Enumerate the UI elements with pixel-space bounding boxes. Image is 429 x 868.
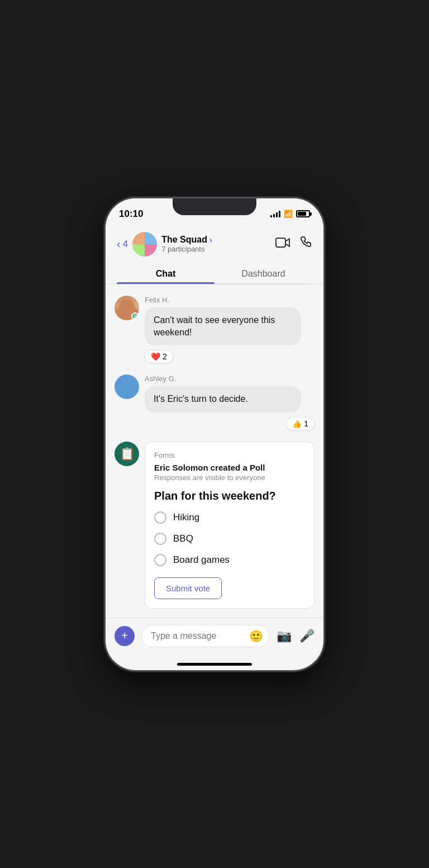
svg-rect-0 <box>276 238 285 247</box>
group-participants: 7 participants <box>161 245 212 253</box>
felix-avatar <box>115 296 139 320</box>
poll-option-boardgames[interactable]: Board games <box>154 554 305 566</box>
radio-hiking[interactable] <box>154 511 166 524</box>
message-row: Felix H. Can't wait to see everyone this… <box>115 296 314 364</box>
poll-option-bbq[interactable]: BBQ <box>154 533 305 545</box>
tabs: Chat Dashboard <box>117 263 312 284</box>
tab-dashboard[interactable]: Dashboard <box>214 263 312 283</box>
option-hiking-label: Hiking <box>173 512 199 523</box>
poll-question: Plan for this weekend? <box>154 490 305 502</box>
input-actions: 📷 🎤 <box>277 629 314 643</box>
back-button[interactable]: ‹ 4 <box>117 238 128 250</box>
radio-bbq[interactable] <box>154 533 166 545</box>
message-reaction[interactable]: ❤️ 2 <box>145 350 314 363</box>
option-bbq-label: BBQ <box>173 533 193 544</box>
emoji-button[interactable]: 🙂 <box>249 629 263 643</box>
mic-button[interactable]: 🎤 <box>299 629 314 643</box>
poll-card: Forms Eric Solomon created a Poll Respon… <box>145 442 314 609</box>
message-bubble: Can't wait to see everyone this weekend! <box>145 307 301 346</box>
reaction-pill-right[interactable]: 👍 1 <box>286 417 314 430</box>
camera-button[interactable]: 📷 <box>277 629 292 643</box>
poll-sender-label: Forms <box>154 451 305 459</box>
wifi-icon: 📶 <box>284 210 293 218</box>
header-actions <box>275 236 312 252</box>
felix-message-content: Felix H. Can't wait to see everyone this… <box>145 296 314 364</box>
reaction-pill[interactable]: ❤️ 2 <box>145 350 173 363</box>
home-indicator <box>177 663 252 666</box>
group-avatar <box>132 232 157 257</box>
back-chevron-icon: ‹ <box>117 238 121 250</box>
message-row: Ashley G. It's Eric's turn to decide. 👍 … <box>115 374 314 430</box>
ashley-message-content: Ashley G. It's Eric's turn to decide. 👍 … <box>145 374 314 430</box>
sender-name: Felix H. <box>145 296 314 304</box>
status-icons: 📶 <box>270 210 310 218</box>
tab-chat[interactable]: Chat <box>117 263 214 283</box>
phone-call-button[interactable] <box>300 236 312 252</box>
group-info[interactable]: The Squad › 7 participants <box>161 235 212 253</box>
sender-name: Ashley G. <box>145 374 314 383</box>
notification-badge: 4 <box>123 239 128 250</box>
poll-creator: Eric Solomon created a Poll <box>154 463 305 472</box>
poll-row: 📋 Forms Eric Solomon created a Poll Resp… <box>115 442 314 609</box>
input-bar: + 🙂 📷 🎤 <box>106 618 323 661</box>
group-name-chevron-icon: › <box>209 235 212 244</box>
video-call-button[interactable] <box>275 237 290 252</box>
add-button[interactable]: + <box>115 626 135 646</box>
header: ‹ 4 The Squad › 7 particip <box>106 226 323 284</box>
option-boardgames-label: Board games <box>173 554 230 566</box>
poll-option-hiking[interactable]: Hiking <box>154 511 305 524</box>
forms-avatar: 📋 <box>115 442 139 466</box>
poll-visibility: Responses are visible to everyone <box>154 473 305 482</box>
message-input-wrapper: 🙂 <box>141 625 270 647</box>
status-time: 10:10 <box>119 208 143 220</box>
signal-icon <box>270 211 280 217</box>
ashley-avatar <box>115 374 139 399</box>
chat-area: Felix H. Can't wait to see everyone this… <box>106 284 323 618</box>
submit-vote-button[interactable]: Submit vote <box>154 577 222 599</box>
radio-boardgames[interactable] <box>154 554 166 566</box>
online-status-dot <box>131 312 139 320</box>
group-name: The Squad › <box>161 235 212 245</box>
battery-icon <box>296 210 310 217</box>
message-bubble: It's Eric's turn to decide. <box>145 386 301 412</box>
